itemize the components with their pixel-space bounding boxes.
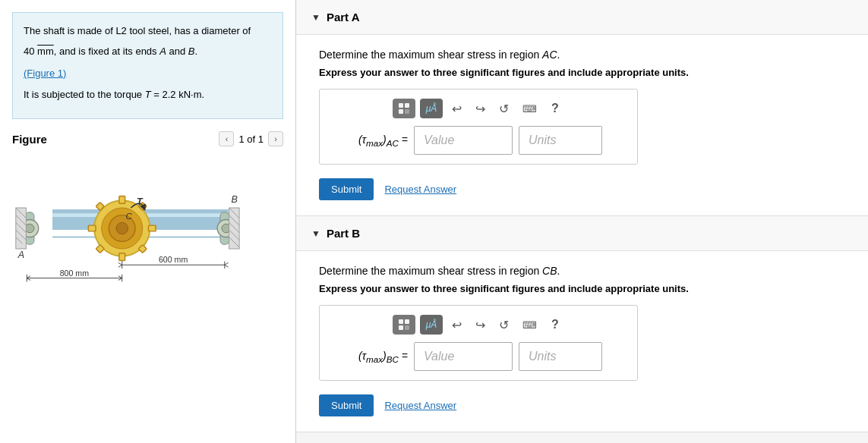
part-b-section: ▼ Part B Determine the maximum shear str… <box>296 216 868 432</box>
torque-value: T <box>145 89 151 100</box>
part-b-refresh-btn[interactable]: ↺ <box>494 315 513 335</box>
part-a-submit-btn[interactable]: Submit <box>319 178 374 200</box>
svg-text:A: A <box>17 250 24 260</box>
part-a-title: Part A <box>327 11 360 24</box>
part-b-keyboard-btn[interactable]: ⌨ <box>518 315 541 335</box>
figure-header: Figure ‹ 1 of 1 › <box>12 131 283 146</box>
part-b-submit-btn[interactable]: Submit <box>319 394 374 416</box>
svg-rect-57 <box>405 109 409 114</box>
part-b-redo-btn[interactable]: ↪ <box>471 315 490 335</box>
part-b-input-row: (τmax)BC = Value Units <box>332 342 625 371</box>
svg-text:600 mm: 600 mm <box>159 256 188 265</box>
svg-rect-56 <box>399 109 403 114</box>
part-a-ua-btn[interactable]: μÅ <box>420 99 443 118</box>
svg-rect-61 <box>405 325 409 330</box>
part-b-input-label: (τmax)BC = <box>332 350 408 364</box>
part-a-chevron: ▼ <box>311 12 320 23</box>
part-a-matrix-btn[interactable] <box>393 99 415 118</box>
part-a-action-row: Submit Request Answer <box>319 178 845 200</box>
svg-rect-27 <box>148 225 156 231</box>
part-a-header[interactable]: ▼ Part A <box>296 0 868 35</box>
part-b-header[interactable]: ▼ Part B <box>296 216 868 251</box>
figure-nav: ‹ 1 of 1 › <box>219 131 283 146</box>
part-a-help-btn[interactable]: ? <box>546 99 564 118</box>
part-b-chevron: ▼ <box>311 228 320 239</box>
part-a-description: Determine the maximum shear stress in re… <box>319 49 845 61</box>
figure-title: Figure <box>12 133 47 146</box>
svg-rect-58 <box>399 319 403 324</box>
part-a-input-row: (τmax)AC = Value Units <box>332 126 625 155</box>
part-b-description: Determine the maximum shear stress in re… <box>319 265 845 277</box>
svg-text:B: B <box>231 194 237 205</box>
svg-rect-54 <box>399 103 403 108</box>
part-b-ua-btn[interactable]: μÅ <box>420 315 443 335</box>
part-a-value-input[interactable]: Value <box>414 126 513 155</box>
part-b-request-btn[interactable]: Request Answer <box>384 400 456 411</box>
part-a-units-input[interactable]: Units <box>519 126 602 155</box>
part-a-region: AC <box>542 49 557 61</box>
svg-rect-26 <box>88 225 96 231</box>
svg-point-33 <box>116 222 128 234</box>
part-b-units-input[interactable]: Units <box>519 342 602 371</box>
svg-rect-25 <box>119 253 125 261</box>
part-a-toolbar: μÅ ↩ ↪ ↺ ⌨ ? <box>332 99 625 118</box>
part-b-help-btn[interactable]: ? <box>546 315 564 335</box>
part-b-action-row: Submit Request Answer <box>319 394 845 416</box>
part-b-instruction: Express your answer to three significant… <box>319 283 845 294</box>
part-a-section: ▼ Part A Determine the maximum shear str… <box>296 0 868 216</box>
right-panel: ▼ Part A Determine the maximum shear str… <box>296 0 868 443</box>
svg-text:C: C <box>126 212 133 222</box>
left-panel: The shaft is made of L2 tool steel, has … <box>0 0 296 443</box>
part-b-undo-btn[interactable]: ↩ <box>447 315 466 335</box>
part-a-undo-btn[interactable]: ↩ <box>447 99 466 118</box>
figure-diagram: T 600 mm 80 <box>12 152 283 304</box>
part-b-title: Part B <box>327 227 360 240</box>
svg-point-6 <box>25 224 34 233</box>
part-b-region: CB <box>542 265 557 277</box>
part-a-redo-btn[interactable]: ↪ <box>471 99 490 118</box>
torque-label: It is subjected to the torque <box>24 89 145 100</box>
info-line2: 40 mm, and is fixed at its ends A and B. <box>24 44 272 60</box>
figure-section: Figure ‹ 1 of 1 › <box>12 131 283 304</box>
part-b-answer-box: μÅ ↩ ↪ ↺ ⌨ ? (τmax)BC = Value <box>319 305 638 381</box>
svg-rect-59 <box>405 319 409 324</box>
figure-link[interactable]: (Figure 1) <box>24 68 66 79</box>
part-b-toolbar: μÅ ↩ ↪ ↺ ⌨ ? <box>332 315 625 335</box>
part-b-value-input[interactable]: Value <box>414 342 513 371</box>
part-a-input-label: (τmax)AC = <box>332 134 408 148</box>
figure-svg: T 600 mm 80 <box>12 152 283 304</box>
figure-page: 1 of 1 <box>238 134 264 145</box>
part-a-request-btn[interactable]: Request Answer <box>384 184 456 195</box>
info-line1: The shaft is made of L2 tool steel, has … <box>24 24 272 39</box>
part-a-keyboard-btn[interactable]: ⌨ <box>518 99 541 118</box>
svg-rect-24 <box>119 196 125 204</box>
part-b-content: Determine the maximum shear stress in re… <box>296 251 868 432</box>
part-a-instruction: Express your answer to three significant… <box>319 67 845 78</box>
svg-rect-55 <box>405 103 409 108</box>
part-a-content: Determine the maximum shear stress in re… <box>296 35 868 215</box>
info-box: The shaft is made of L2 tool steel, has … <box>12 12 283 119</box>
part-a-refresh-btn[interactable]: ↺ <box>494 99 513 118</box>
part-b-matrix-btn[interactable] <box>393 315 415 335</box>
part-a-answer-box: μÅ ↩ ↪ ↺ ⌨ ? (τmax)AC = Value <box>319 89 638 165</box>
svg-text:800 mm: 800 mm <box>60 269 89 278</box>
prev-figure-btn[interactable]: ‹ <box>219 131 234 146</box>
next-figure-btn[interactable]: › <box>268 131 283 146</box>
svg-rect-60 <box>399 325 403 330</box>
